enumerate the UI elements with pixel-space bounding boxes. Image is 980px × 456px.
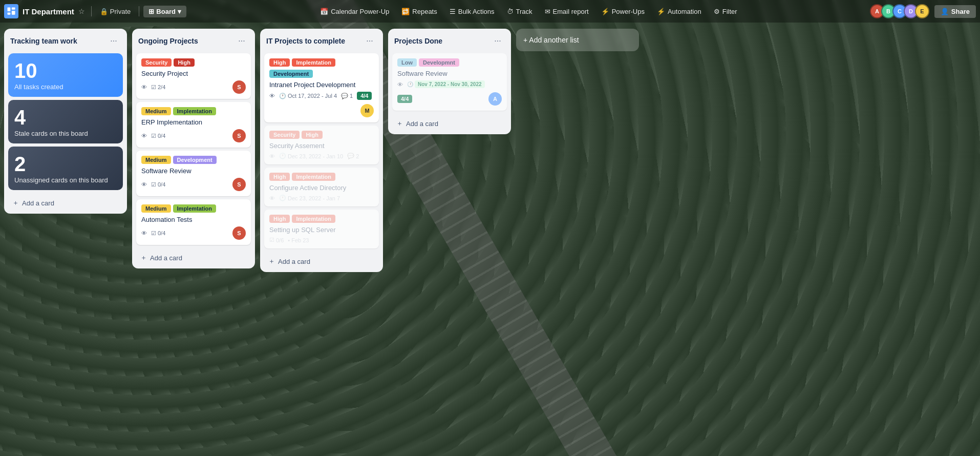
email-icon: ✉ [545, 8, 550, 15]
checklist-count-auto: 0/4 [158, 230, 165, 236]
list-ongoing-menu[interactable]: ··· [235, 34, 249, 48]
list-ongoing-title: Ongoing Projects [138, 37, 235, 45]
watch-icon-ad: 👁 [269, 195, 275, 201]
avatar-erp: S [232, 129, 246, 142]
stat-all-tasks-label: All tasks created [14, 83, 117, 91]
bulk-actions-btn[interactable]: ☰ Bulk Actions [444, 5, 500, 18]
card-automation[interactable]: Medium Implemtation Automation Tests 👁 ☑… [136, 199, 251, 245]
repeats-btn[interactable]: 🔁 Repeats [396, 5, 442, 18]
list-tracking-menu[interactable]: ··· [106, 34, 121, 48]
list-tracking-footer: ＋ Add a card [4, 192, 127, 214]
card-security-meta: 👁 ☑ 2/4 S [141, 80, 246, 94]
list-ongoing-header: Ongoing Projects ··· [132, 29, 255, 51]
power-ups-label: Power-Ups [612, 8, 645, 15]
board-area: Tracking team work ··· 10 All tasks crea… [0, 23, 980, 456]
email-report-btn[interactable]: ✉ Email report [540, 5, 594, 18]
add-card-ongoing[interactable]: ＋ Add a card [136, 250, 251, 265]
card-sw-review-done[interactable]: Low Developmnt Software Review 👁 🕐 Nov 7… [392, 53, 507, 111]
list-done: Projects Done ··· Low Developmnt Softwar… [388, 29, 511, 134]
stat-unassigned-label: Unassigned cards on this board [14, 176, 117, 184]
checklist-sql: ☑ 0/6 [269, 237, 284, 243]
card-intranet-labels: High Implemtation [269, 58, 374, 67]
comment-sa: 💬 2 [347, 153, 359, 159]
comment-intranet: 💬 1 [341, 93, 353, 99]
label-impl-auto: Implemtation [173, 204, 216, 213]
card-sql-title: Setting up SQL Server [269, 226, 374, 234]
app-logo[interactable] [4, 4, 18, 18]
calendar-label: Calendar Power-Up [331, 8, 389, 15]
calendar-icon: 📅 [320, 8, 328, 15]
label-medium-erp: Medium [141, 107, 171, 115]
label-security-sa: Security [269, 131, 300, 139]
filter-btn[interactable]: ⚙ Filter [709, 5, 742, 18]
filter-icon: ⚙ [714, 8, 720, 15]
add-card-it[interactable]: ＋ Add a card [264, 254, 379, 269]
share-button[interactable]: 👤 Share [934, 5, 976, 18]
list-done-footer: ＋ Add a card [388, 113, 511, 134]
track-label: Track [516, 8, 532, 15]
clock-icon-ad: 🕐 [279, 195, 286, 201]
card-erp[interactable]: Medium Implemtation ERP Implementation 👁… [136, 102, 251, 148]
card-software-review[interactable]: Medium Development Software Review 👁 ☑ 0… [136, 151, 251, 196]
track-btn[interactable]: ⏱ Track [502, 5, 538, 18]
board-btn-label: Board [156, 8, 176, 15]
list-ongoing-footer: ＋ Add a card [132, 247, 255, 268]
checklist-done-intranet: 4/4 [357, 92, 372, 100]
avatar-group[interactable]: A B C D E [873, 4, 929, 18]
card-intranet-title: Intranet Project Development [269, 81, 374, 89]
label-dev-done: Developmnt [419, 58, 459, 67]
lock-icon: 🔒 [100, 8, 108, 15]
list-it-cards: High Implemtation Development Intranet P… [260, 51, 383, 251]
avatar-intranet: M [360, 104, 374, 117]
card-security-title: Security Project [141, 70, 246, 77]
watch-icon-sw: 👁 [141, 181, 147, 188]
stat-card-unassigned[interactable]: 2 Unassigned cards on this board [8, 147, 123, 190]
add-card-it-label: Add a card [278, 258, 310, 265]
stat-card-all-tasks[interactable]: 10 All tasks created [8, 53, 123, 97]
card-intranet-labels2: Development [269, 70, 374, 78]
add-list-label: + Add another list [523, 36, 579, 44]
add-another-list-btn[interactable]: + Add another list [516, 29, 639, 51]
share-label: Share [951, 8, 970, 15]
add-card-tracking[interactable]: ＋ Add a card [8, 195, 123, 211]
list-done-title: Projects Done [394, 37, 491, 45]
card-sql-server[interactable]: High Implemtation Setting up SQL Server … [264, 210, 379, 248]
date-sql-text: Feb 23 [291, 237, 309, 243]
add-card-done-label: Add a card [406, 120, 438, 128]
private-label: Private [110, 8, 131, 15]
checklist-icon: ☑ [151, 84, 156, 91]
card-active-directory[interactable]: High Implemtation Configure Active Direc… [264, 168, 379, 206]
list-done-menu[interactable]: ··· [491, 34, 505, 48]
list-ongoing: Ongoing Projects ··· Security High Secur… [132, 29, 255, 268]
board-view-btn[interactable]: ⊞ Board ▾ [143, 6, 186, 17]
avatar-5: E [915, 4, 929, 18]
card-security-labels: Security High [141, 58, 246, 67]
stat-card-stale[interactable]: 4 Stale cards on this board [8, 100, 123, 143]
power-ups-btn[interactable]: ⚡ Power-Ups [596, 5, 650, 18]
star-icon[interactable]: ☆ [76, 5, 87, 17]
date-sa: 🕐 Dec 23, 2022 - Jan 10 [279, 153, 343, 159]
add-card-done[interactable]: ＋ Add a card [392, 116, 507, 131]
card-intranet[interactable]: High Implemtation Development Intranet P… [264, 53, 379, 122]
plus-icon-it: ＋ [268, 257, 275, 266]
calendar-powerup-btn[interactable]: 📅 Calendar Power-Up [315, 5, 394, 18]
list-it-menu[interactable]: ··· [363, 34, 377, 48]
repeats-label: Repeats [412, 8, 437, 15]
board-icon: ⊞ [148, 8, 154, 15]
comment-count-intranet: 1 [350, 93, 353, 99]
label-high-sql: High [269, 215, 290, 223]
automation-btn[interactable]: ⚡ Automation [652, 5, 707, 18]
checklist-count-security: 2/4 [158, 84, 165, 90]
checklist-count-sql: 0/6 [276, 237, 284, 243]
card-security-assement[interactable]: Security High Security Assement 👁 🕐 Dec … [264, 126, 379, 164]
label-impl-erp: Implemtation [173, 107, 216, 115]
label-high-sa: High [302, 131, 322, 139]
label-security: Security [141, 58, 172, 67]
list-tracking-title: Tracking team work [10, 37, 106, 45]
card-security-project[interactable]: Security High Security Project 👁 ☑ 2/4 S [136, 53, 251, 99]
stat-unassigned-number: 2 [14, 154, 117, 174]
checklist-icon-sw: ☑ [151, 181, 156, 188]
card-auto-title: Automation Tests [141, 216, 246, 223]
private-badge[interactable]: 🔒 Private [96, 6, 135, 17]
automation-label: Automation [668, 8, 701, 15]
